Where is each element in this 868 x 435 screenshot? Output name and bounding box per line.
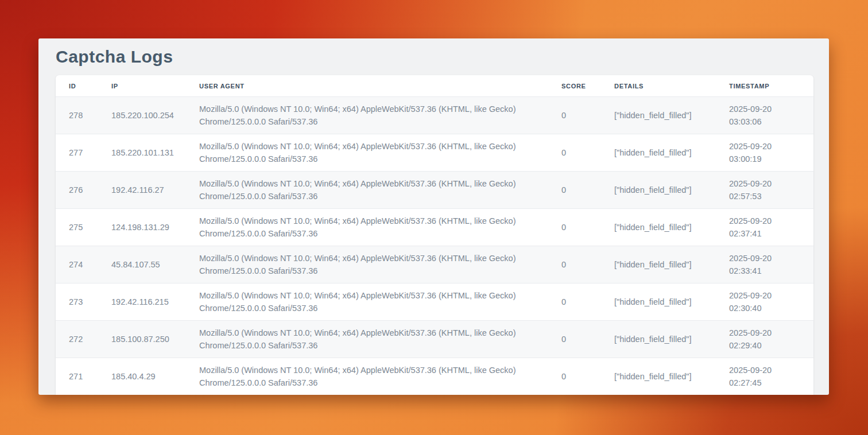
column-header-details: DETAILS — [601, 75, 716, 97]
cell-id: 275 — [56, 209, 98, 246]
cell-ip: 185.220.100.254 — [98, 97, 186, 134]
cell-id: 273 — [56, 283, 98, 321]
cell-id: 271 — [56, 358, 98, 395]
table-row: 277185.220.101.131Mozilla/5.0 (Windows N… — [56, 134, 813, 172]
cell-details: ["hidden_field_filled"] — [601, 97, 716, 134]
cell-ip: 124.198.131.29 — [98, 209, 186, 246]
cell-ip: 185.220.101.131 — [98, 134, 186, 172]
cell-user_agent: Mozilla/5.0 (Windows NT 10.0; Win64; x64… — [186, 358, 548, 395]
captcha-log-table-card: IDIPUSER AGENTSCOREDETAILSTIMESTAMP 2781… — [56, 75, 813, 395]
cell-user_agent: Mozilla/5.0 (Windows NT 10.0; Win64; x64… — [186, 172, 548, 209]
cell-score: 0 — [548, 246, 601, 283]
table-row: 278185.220.100.254Mozilla/5.0 (Windows N… — [56, 97, 813, 134]
captcha-log-table: IDIPUSER AGENTSCOREDETAILSTIMESTAMP 2781… — [56, 75, 813, 395]
column-header-id: ID — [56, 75, 98, 97]
column-header-ip: IP — [98, 75, 186, 97]
cell-user_agent: Mozilla/5.0 (Windows NT 10.0; Win64; x64… — [186, 209, 548, 246]
cell-details: ["hidden_field_filled"] — [601, 358, 716, 395]
cell-user_agent: Mozilla/5.0 (Windows NT 10.0; Win64; x64… — [186, 97, 548, 134]
cell-ip: 192.42.116.27 — [98, 172, 186, 209]
table-row: 272185.100.87.250Mozilla/5.0 (Windows NT… — [56, 321, 813, 358]
cell-details: ["hidden_field_filled"] — [601, 134, 716, 172]
cell-user_agent: Mozilla/5.0 (Windows NT 10.0; Win64; x64… — [186, 246, 548, 283]
column-header-score: SCORE — [548, 75, 601, 97]
cell-id: 278 — [56, 97, 98, 134]
cell-score: 0 — [548, 283, 601, 321]
table-row: 275124.198.131.29Mozilla/5.0 (Windows NT… — [56, 209, 813, 246]
cell-timestamp: 2025-09-20 02:57:53 — [716, 172, 813, 209]
cell-user_agent: Mozilla/5.0 (Windows NT 10.0; Win64; x64… — [186, 321, 548, 358]
table-row: 27445.84.107.55Mozilla/5.0 (Windows NT 1… — [56, 246, 813, 283]
cell-score: 0 — [548, 321, 601, 358]
cell-timestamp: 2025-09-20 03:03:06 — [716, 97, 813, 134]
cell-timestamp: 2025-09-20 02:27:45 — [716, 358, 813, 395]
cell-id: 274 — [56, 246, 98, 283]
cell-score: 0 — [548, 209, 601, 246]
table-body: 278185.220.100.254Mozilla/5.0 (Windows N… — [56, 97, 813, 395]
cell-score: 0 — [548, 358, 601, 395]
cell-timestamp: 2025-09-20 02:30:40 — [716, 283, 813, 321]
cell-timestamp: 2025-09-20 02:33:41 — [716, 246, 813, 283]
table-row: 273192.42.116.215Mozilla/5.0 (Windows NT… — [56, 283, 813, 321]
cell-id: 272 — [56, 321, 98, 358]
table-header-row: IDIPUSER AGENTSCOREDETAILSTIMESTAMP — [56, 75, 813, 97]
table-header: IDIPUSER AGENTSCOREDETAILSTIMESTAMP — [56, 75, 813, 97]
cell-ip: 185.100.87.250 — [98, 321, 186, 358]
cell-details: ["hidden_field_filled"] — [601, 209, 716, 246]
cell-details: ["hidden_field_filled"] — [601, 172, 716, 209]
cell-details: ["hidden_field_filled"] — [601, 246, 716, 283]
cell-score: 0 — [548, 134, 601, 172]
column-header-user_agent: USER AGENT — [186, 75, 548, 97]
cell-score: 0 — [548, 97, 601, 134]
cell-details: ["hidden_field_filled"] — [601, 321, 716, 358]
cell-ip: 192.42.116.215 — [98, 283, 186, 321]
cell-ip: 185.40.4.29 — [98, 358, 186, 395]
cell-id: 277 — [56, 134, 98, 172]
column-header-timestamp: TIMESTAMP — [716, 75, 813, 97]
cell-details: ["hidden_field_filled"] — [601, 283, 716, 321]
cell-score: 0 — [548, 172, 601, 209]
table-row: 276192.42.116.27Mozilla/5.0 (Windows NT … — [56, 172, 813, 209]
cell-user_agent: Mozilla/5.0 (Windows NT 10.0; Win64; x64… — [186, 283, 548, 321]
cell-id: 276 — [56, 172, 98, 209]
captcha-logs-page[interactable]: Captcha Logs IDIPUSER AGENTSCOREDETAILST… — [38, 38, 829, 395]
page-title: Captcha Logs — [56, 47, 813, 67]
table-row: 271185.40.4.29Mozilla/5.0 (Windows NT 10… — [56, 358, 813, 395]
cell-user_agent: Mozilla/5.0 (Windows NT 10.0; Win64; x64… — [186, 134, 548, 172]
cell-timestamp: 2025-09-20 02:37:41 — [716, 209, 813, 246]
cell-timestamp: 2025-09-20 02:29:40 — [716, 321, 813, 358]
cell-timestamp: 2025-09-20 03:00:19 — [716, 134, 813, 172]
cell-ip: 45.84.107.55 — [98, 246, 186, 283]
